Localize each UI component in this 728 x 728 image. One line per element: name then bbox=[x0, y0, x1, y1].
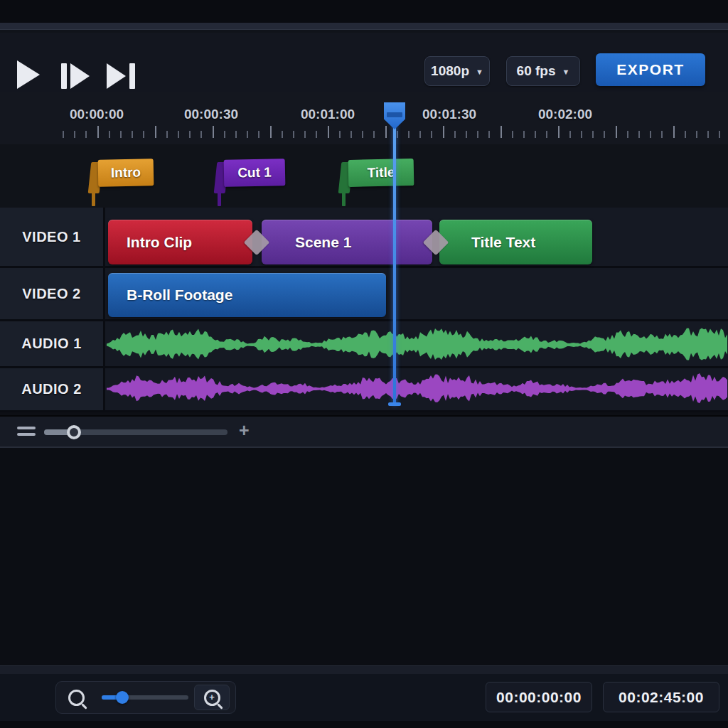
app-root: 00:01:12:08 1080p ▼ 60 fps ▼ EXPORT 00:0… bbox=[0, 0, 728, 728]
nav-zoom-knob[interactable] bbox=[116, 691, 129, 704]
out-timecode-display[interactable]: 00:02:45:00 bbox=[603, 682, 719, 712]
clip-b-roll-footage[interactable]: B-Roll Footage bbox=[108, 273, 386, 317]
magnifier-icon bbox=[68, 690, 85, 706]
clip-title-text[interactable]: Title Text bbox=[439, 220, 592, 264]
waveform-audio-1[interactable] bbox=[107, 323, 728, 366]
zoom-out-button[interactable] bbox=[60, 685, 92, 710]
clip-label: Scene 1 bbox=[295, 234, 351, 251]
in-timecode-display[interactable]: 00:00:00:00 bbox=[486, 682, 592, 712]
waveform-audio-2[interactable] bbox=[107, 369, 728, 409]
clip-intro-clip[interactable]: Intro Clip bbox=[108, 220, 252, 264]
hamburger-icon[interactable] bbox=[17, 427, 36, 439]
playhead-handle[interactable] bbox=[384, 102, 405, 129]
zoom-in-plus-button[interactable]: + bbox=[239, 420, 250, 441]
clip-scene-1[interactable]: Scene 1 bbox=[262, 220, 432, 264]
clip-label: B-Roll Footage bbox=[127, 287, 232, 304]
clip-label: Intro Clip bbox=[127, 234, 192, 251]
playhead-line bbox=[393, 107, 396, 405]
timeline-zoom-bar: + bbox=[0, 415, 728, 449]
navigation-zoom-group: + bbox=[55, 681, 236, 714]
magnifier-plus-icon: + bbox=[204, 690, 220, 706]
clip-label: Title Text bbox=[471, 234, 535, 251]
zoom-in-button[interactable]: + bbox=[194, 685, 230, 710]
timeline-zoom-knob[interactable] bbox=[67, 425, 81, 439]
preview-panel bbox=[0, 448, 728, 665]
playhead-foot bbox=[388, 402, 401, 406]
bottom-edge bbox=[0, 721, 728, 728]
